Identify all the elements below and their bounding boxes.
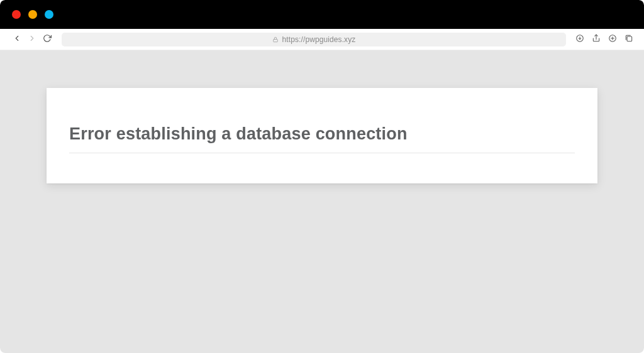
browser-window: https://pwpguides.xyz [0,0,644,353]
error-heading: Error establishing a database connection [69,124,575,153]
new-tab-button[interactable] [606,33,619,46]
nav-button-group [5,33,54,46]
titlebar [0,0,644,29]
address-bar[interactable]: https://pwpguides.xyz [62,33,566,46]
forward-button[interactable] [25,33,39,46]
plus-circle-icon [608,34,617,45]
reload-icon [43,34,52,45]
tabs-overview-button[interactable] [623,33,635,46]
downloads-button[interactable] [574,33,586,46]
share-icon [592,34,601,45]
window-minimize-button[interactable] [28,10,37,19]
share-button[interactable] [590,33,602,46]
browser-toolbar: https://pwpguides.xyz [0,29,644,50]
download-circle-icon [575,34,584,45]
svg-rect-7 [627,36,632,41]
window-zoom-button[interactable] [45,10,53,19]
svg-rect-0 [273,39,277,41]
page-viewport: Error establishing a database connection [0,50,644,353]
tabs-icon [625,34,633,45]
window-close-button[interactable] [12,10,21,19]
address-text: https://pwpguides.xyz [282,35,356,44]
chevron-right-icon [28,34,36,45]
back-button[interactable] [10,33,24,46]
chevron-left-icon [13,34,21,45]
reload-button[interactable] [40,33,54,46]
lock-icon [272,36,279,43]
error-card: Error establishing a database connection [47,88,597,183]
toolbar-right-group [574,33,639,46]
